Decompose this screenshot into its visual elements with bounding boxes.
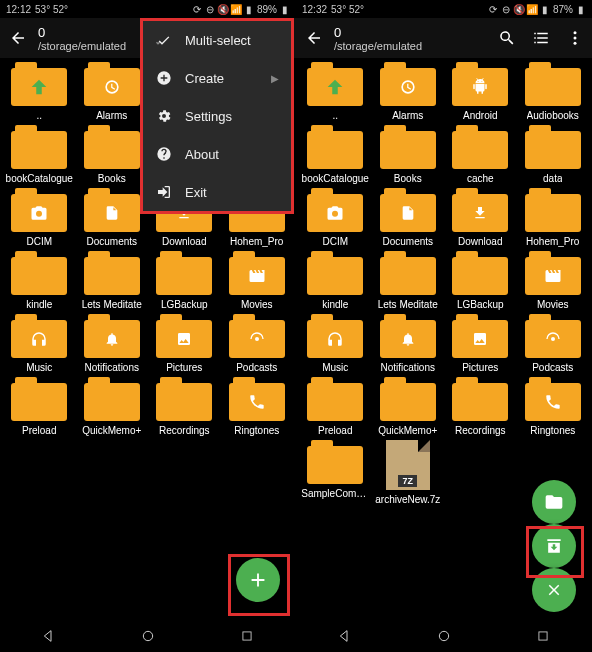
folder-alarms[interactable]: Alarms (373, 62, 444, 121)
back-button[interactable] (8, 28, 28, 48)
folder-notifications[interactable]: Notifications (373, 314, 444, 373)
folder-label: Notifications (85, 362, 139, 373)
folder-up[interactable]: .. (4, 62, 75, 121)
fab-archive[interactable] (532, 524, 576, 568)
folder-quickmemo[interactable]: QuickMemo+ (77, 377, 148, 436)
mute-icon: 🔇 (514, 4, 524, 14)
folder-movies[interactable]: Movies (222, 251, 293, 310)
folder-dcim[interactable]: DCIM (4, 188, 75, 247)
folder-label: cache (467, 173, 494, 184)
battery-text: 89% (257, 4, 277, 15)
fab-close[interactable] (532, 568, 576, 612)
overflow-button[interactable] (566, 29, 584, 47)
folder-notifications[interactable]: Notifications (77, 314, 148, 373)
folder-recordings[interactable]: Recordings (149, 377, 220, 436)
battery-text: 87% (553, 4, 573, 15)
folder-data[interactable]: data (518, 125, 589, 184)
help-icon (155, 145, 173, 163)
folder-label: LGBackup (457, 299, 504, 310)
folder-android[interactable]: Android (445, 62, 516, 121)
menu-settings[interactable]: Settings (143, 97, 291, 135)
folder-documents[interactable]: Documents (77, 188, 148, 247)
nav-home[interactable] (424, 626, 464, 646)
nav-back[interactable] (29, 626, 69, 646)
folder-label: Notifications (381, 362, 435, 373)
folder-movies[interactable]: Movies (518, 251, 589, 310)
chevron-right-icon: ▶ (271, 73, 279, 84)
back-button[interactable] (304, 28, 324, 48)
folder-letsmeditate[interactable]: Lets Meditate (77, 251, 148, 310)
folder-quickmemo[interactable]: QuickMemo+ (373, 377, 444, 436)
folder-lgbackup[interactable]: LGBackup (149, 251, 220, 310)
gear-icon (155, 107, 173, 125)
folder-alarms[interactable]: Alarms (77, 62, 148, 121)
folder-books[interactable]: Books (77, 125, 148, 184)
fab-new-folder[interactable] (532, 480, 576, 524)
folder-hohem[interactable]: Hohem_Pro (518, 188, 589, 247)
svg-point-6 (551, 337, 555, 341)
folder-pictures[interactable]: Pictures (445, 314, 516, 373)
menu-create[interactable]: Create ▶ (143, 59, 291, 97)
file-badge: 7Z (398, 475, 417, 487)
folder-music[interactable]: Music (4, 314, 75, 373)
folder-ringtones[interactable]: Ringtones (518, 377, 589, 436)
folder-label: DCIM (26, 236, 52, 247)
folder-kindle[interactable]: kindle (300, 251, 371, 310)
nav-home[interactable] (128, 626, 168, 646)
folder-label: Hohem_Pro (230, 236, 283, 247)
menu-label: About (185, 147, 219, 162)
folder-documents[interactable]: Documents (373, 188, 444, 247)
folder-label: Lets Meditate (378, 299, 438, 310)
folder-label: data (543, 173, 562, 184)
folder-dcim[interactable]: DCIM (300, 188, 371, 247)
fab-add[interactable] (236, 558, 280, 602)
sync-icon: ⟳ (192, 4, 202, 14)
folder-ringtones[interactable]: Ringtones (222, 377, 293, 436)
wifi-icon: 📶 (527, 4, 537, 14)
nav-recent[interactable] (523, 626, 563, 646)
dnd-icon: ⊖ (205, 4, 215, 14)
folder-preload[interactable]: Preload (4, 377, 75, 436)
folder-samplecompression[interactable]: SampleCompression (300, 440, 371, 505)
folder-lgbackup[interactable]: LGBackup (445, 251, 516, 310)
folder-bookcatalogue[interactable]: bookCatalogue (4, 125, 75, 184)
folder-pictures[interactable]: Pictures (149, 314, 220, 373)
folder-kindle[interactable]: kindle (4, 251, 75, 310)
folder-label: Music (322, 362, 348, 373)
folder-label: Download (162, 236, 206, 247)
folder-letsmeditate[interactable]: Lets Meditate (373, 251, 444, 310)
folder-label: .. (36, 110, 42, 121)
path-text: /storage/emulated (334, 40, 488, 52)
menu-about[interactable]: About (143, 135, 291, 173)
folder-podcasts[interactable]: Podcasts (222, 314, 293, 373)
signal-icon: ▮ (244, 4, 254, 14)
phone-right: 12:32 53° 52° ⟳ ⊖ 🔇 📶 ▮ 87% ▮ 0 /storage… (296, 0, 592, 652)
folder-label: QuickMemo+ (82, 425, 141, 436)
folder-books[interactable]: Books (373, 125, 444, 184)
folder-preload[interactable]: Preload (300, 377, 371, 436)
folder-label: kindle (322, 299, 348, 310)
folder-podcasts[interactable]: Podcasts (518, 314, 589, 373)
folder-music[interactable]: Music (300, 314, 371, 373)
phone-left: 12:12 53° 52° ⟳ ⊖ 🔇 📶 ▮ 89% ▮ 0 /storage… (0, 0, 296, 652)
folder-download[interactable]: Download (445, 188, 516, 247)
nav-recent[interactable] (227, 626, 267, 646)
folder-label: Documents (382, 236, 433, 247)
menu-multiselect[interactable]: Multi-select (143, 21, 291, 59)
view-button[interactable] (532, 29, 550, 47)
svg-point-4 (574, 37, 577, 40)
svg-point-1 (143, 631, 152, 640)
file-archive[interactable]: 7Z archiveNew.7z (373, 440, 444, 505)
folder-recordings[interactable]: Recordings (445, 377, 516, 436)
search-button[interactable] (498, 29, 516, 47)
status-bar: 12:32 53° 52° ⟳ ⊖ 🔇 📶 ▮ 87% ▮ (296, 0, 592, 18)
folder-bookcatalogue[interactable]: bookCatalogue (300, 125, 371, 184)
battery-icon: ▮ (280, 4, 290, 14)
folder-up[interactable]: .. (300, 62, 371, 121)
folder-audiobooks[interactable]: Audiobooks (518, 62, 589, 121)
folder-cache[interactable]: cache (445, 125, 516, 184)
menu-exit[interactable]: Exit (143, 173, 291, 211)
nav-back[interactable] (325, 626, 365, 646)
folder-label: Books (394, 173, 422, 184)
folder-label: Podcasts (532, 362, 573, 373)
